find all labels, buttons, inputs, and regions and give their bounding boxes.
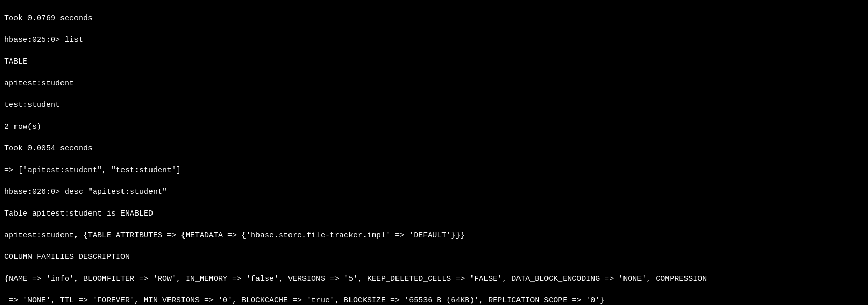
terminal-line: COLUMN FAMILIES DESCRIPTION (4, 252, 864, 263)
terminal-line: => ["apitest:student", "test:student"] (4, 165, 864, 176)
terminal-line: Took 0.0769 seconds (4, 13, 864, 24)
terminal-line: apitest:student (4, 78, 864, 89)
terminal-line: Table apitest:student is ENABLED (4, 208, 864, 219)
terminal-line: {NAME => 'info', BLOOMFILTER => 'ROW', I… (4, 273, 864, 284)
terminal-line: hbase:025:0> list (4, 35, 864, 45)
terminal-line: TABLE (4, 56, 864, 67)
terminal-window[interactable]: Took 0.0769 seconds hbase:025:0> list TA… (0, 0, 868, 305)
terminal-line: 2 row(s) (4, 121, 864, 132)
terminal-line: test:student (4, 100, 864, 111)
terminal-line: apitest:student, {TABLE_ATTRIBUTES => {M… (4, 230, 864, 241)
terminal-line: => 'NONE', TTL => 'FOREVER', MIN_VERSION… (4, 295, 864, 305)
terminal-line: Took 0.0054 seconds (4, 143, 864, 154)
terminal-line: hbase:026:0> desc "apitest:student" (4, 187, 864, 197)
